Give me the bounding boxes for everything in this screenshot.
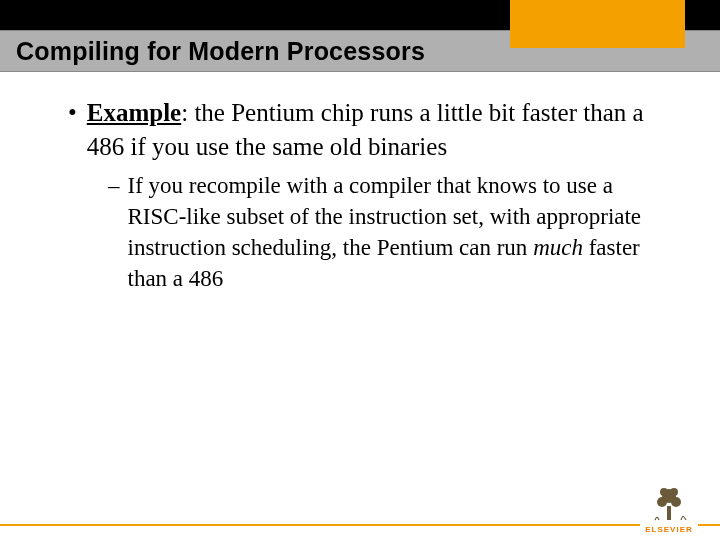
sub-bullet-text: If you recompile with a compiler that kn…: [128, 170, 673, 294]
elsevier-logo: ELSEVIER: [640, 480, 698, 534]
svg-rect-0: [667, 506, 671, 520]
bullet-item: • Example: the Pentium chip runs a littl…: [60, 96, 672, 164]
orange-accent-box: [510, 0, 685, 48]
slide-content: • Example: the Pentium chip runs a littl…: [0, 72, 720, 294]
bullet-marker: •: [68, 96, 77, 130]
brand-text: ELSEVIER: [640, 525, 698, 534]
sub-bullet-marker: –: [108, 170, 120, 201]
svg-point-2: [657, 497, 667, 507]
footer-accent-line: [0, 524, 720, 526]
sub-text-emph: much: [533, 235, 583, 260]
svg-point-3: [671, 497, 681, 507]
sub-bullet-item: – If you recompile with a compiler that …: [60, 170, 672, 294]
slide-title: Compiling for Modern Processors: [16, 37, 425, 66]
bullet-text: Example: the Pentium chip runs a little …: [87, 96, 672, 164]
example-label: Example: [87, 99, 181, 126]
svg-point-5: [670, 488, 678, 496]
svg-point-4: [660, 488, 668, 496]
tree-icon: [647, 480, 691, 524]
